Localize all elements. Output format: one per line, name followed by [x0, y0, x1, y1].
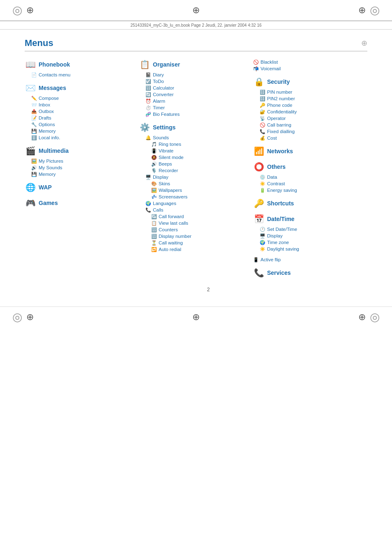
crosshair-br: ⊕ [358, 313, 366, 322]
list-item: 🚫 Blacklist [253, 59, 363, 65]
timezone-icon: 🌍 [260, 240, 265, 245]
wap-icon: 🌐 [25, 182, 36, 193]
top-left-marks: ◎ ⊕ [12, 3, 34, 17]
others-icon: ⭕ [253, 161, 265, 173]
messages-icon: ✉️ [25, 82, 36, 94]
list-item: 🕐 Set Date/Time [253, 226, 363, 233]
biofeatures-icon: 🧬 [145, 111, 151, 117]
settings-title: ⚙️ Settings [139, 122, 249, 133]
wallpapers-icon: 🖼️ [151, 187, 157, 193]
list-item: 🔢 Calculator [139, 85, 249, 91]
list-item: 📞 Fixed dialling [253, 128, 363, 135]
list-item: ✏️ Compose [25, 95, 135, 101]
list-item: 🎨 Skins [139, 180, 249, 187]
list-item: 🔁 Auto redial [139, 246, 249, 253]
registration-circle-tl: ◎ [12, 3, 22, 17]
header-text: 251433924_myC-3b_lu_en.book Page 2 Jeudi… [130, 23, 261, 28]
silentmode-icon: 🔕 [151, 154, 157, 160]
data-icon: 💿 [260, 174, 265, 180]
messages-title: ✉️ Messages [25, 82, 135, 94]
page-title: Menus [25, 38, 53, 48]
top-reg-bar: ◎ ⊕ ⊕ ⊕ ◎ [0, 0, 392, 21]
converter-icon: 🔄 [145, 92, 151, 97]
multimedia-title: 🎬 Multimedia [25, 145, 135, 157]
options-icon: 🔧 [31, 122, 37, 127]
screensavers-icon: 💤 [151, 194, 157, 200]
pinnumber-icon: 🔢 [260, 89, 265, 95]
crosshair-tc: ⊕ [192, 6, 200, 15]
list-item: 📳 Vibrate [139, 147, 249, 154]
drafts-icon: 📝 [31, 115, 37, 121]
list-item: 🔧 Options [25, 121, 135, 128]
list-item: 🧬 Bio Features [139, 111, 249, 117]
daylightsaving-icon: ☀️ [260, 246, 265, 252]
datetime-title: 📅 Date/Time [253, 213, 363, 225]
networks-title: 📶 Networks [253, 145, 363, 157]
others-title: ⭕ Others [253, 161, 363, 173]
security-icon: 🔒 [253, 76, 265, 88]
column-3: 🚫 Blacklist 📬 Voicemail 🔒 Security [253, 59, 367, 283]
list-item: ☀️ Contrast [253, 180, 363, 187]
phonecode-icon: 🔑 [260, 102, 265, 108]
list-item: 💾 Memory [25, 128, 135, 134]
display-dt-icon: 🖥️ [260, 233, 265, 239]
bottom-reg-bar: ◎ ⊕ ⊕ ⊕ ◎ [0, 306, 392, 327]
column-1: 📖 Phonebook 📄 Contacts menu ✉️ Messages [25, 59, 139, 213]
activeflip-icon: 📱 [253, 257, 259, 263]
list-item: 🔊 Beeps [139, 161, 249, 167]
list-item: ☑️ ToDo [139, 78, 249, 85]
section-datetime: 📅 Date/Time 🕐 Set Date/Time 🖥️ Display 🌍… [253, 213, 363, 252]
section-security: 🔒 Security 🔢 PIN number 🔢 PIN2 number 🔑 … [253, 76, 363, 141]
cost-icon: 💰 [260, 135, 265, 141]
section-wap: 🌐 WAP [25, 182, 135, 193]
calls-icon: 📞 [145, 207, 151, 213]
list-item: 🚫 Call barring [253, 122, 363, 128]
recorder-icon: 🎙️ [151, 168, 157, 173]
list-item: ℹ️ Local info. [25, 134, 135, 141]
outbox-icon: 📤 [31, 108, 37, 114]
vibrate-icon: 📳 [151, 148, 157, 154]
list-item: ⏳ Call waiting [139, 240, 249, 246]
diary-icon: 📓 [145, 72, 151, 78]
networks-icon: 📶 [253, 145, 265, 157]
crosshair-tr: ⊕ [358, 6, 366, 15]
settings-icon: ⚙️ [139, 122, 150, 133]
counters-icon: 🔢 [151, 227, 157, 233]
section-security-top: 🚫 Blacklist 📬 Voicemail [253, 59, 363, 72]
section-shortcuts: 🔑 Shortcuts [253, 198, 363, 209]
ringtones-icon: 🎵 [151, 141, 157, 147]
list-item: ☀️ Daylight saving [253, 246, 363, 252]
multimedia-icon: 🎬 [25, 145, 36, 157]
bottom-right-marks: ⊕ ◎ [358, 310, 380, 324]
operator-icon: 📡 [260, 115, 265, 121]
page-number: 2 [25, 283, 367, 294]
list-item: 🔄 Converter [139, 91, 249, 98]
autoredial-icon: 🔁 [151, 246, 157, 252]
list-item: 💰 Cost [253, 135, 363, 141]
section-games: 🎮 Games [25, 197, 135, 209]
security-title: 🔒 Security [253, 76, 363, 88]
phonebook-icon: 📖 [25, 59, 36, 70]
sounds-icon: 🔔 [145, 135, 151, 140]
list-item: 📞 Calls [139, 207, 249, 213]
page: ◎ ⊕ ⊕ ⊕ ◎ 251433924_myC-3b_lu_en.book Pa… [0, 0, 392, 555]
list-item: ⏰ Alarm [139, 98, 249, 104]
registration-circle-bl: ◎ [12, 310, 22, 324]
section-networks: 📶 Networks [253, 145, 363, 157]
energysaving-icon: 🔋 [260, 187, 265, 193]
list-item: 📱 Active flip [253, 256, 363, 263]
confidentiality-icon: 🔐 [260, 109, 265, 115]
blacklist-icon: 🚫 [253, 59, 259, 65]
mypictures-icon: 🖼️ [31, 158, 37, 164]
list-item: 📤 Outbox [25, 108, 135, 115]
contacts-menu-icon: 📄 [31, 72, 37, 78]
languages-icon: 🌍 [145, 200, 151, 206]
memory-mm-icon: 💾 [31, 171, 37, 177]
voicemail-icon: 📬 [253, 66, 259, 71]
list-item: 📋 View last calls [139, 220, 249, 226]
list-item: 🔢 PIN number [253, 89, 363, 95]
columns-wrapper: 📖 Phonebook 📄 Contacts menu ✉️ Messages [25, 59, 367, 283]
section-others: ⭕ Others 💿 Data ☀️ Contrast 🔋 Energy sav… [253, 161, 363, 193]
content-area: Menus ⊕ 📖 Phonebook 📄 Contacts menu [0, 30, 392, 302]
section-organiser: 📋 Organiser 📓 Diary ☑️ ToDo 🔢 Calculator [139, 59, 249, 117]
